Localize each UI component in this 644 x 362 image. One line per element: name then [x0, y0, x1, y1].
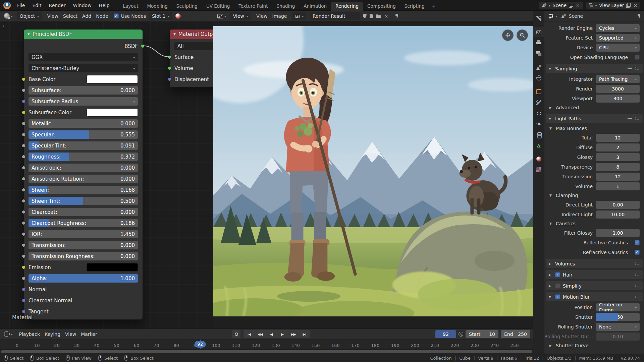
subsection-caustics[interactable]: ▼Caustics [544, 219, 644, 228]
menu-file[interactable]: File [13, 0, 29, 11]
shader-menu-node[interactable]: Node [94, 13, 111, 19]
use-nodes-checkbox[interactable] [114, 13, 119, 18]
field-transparency[interactable]: 8 [596, 163, 640, 171]
checkbox-refractive-caustics[interactable] [635, 250, 640, 255]
collapse-arrow-icon[interactable]: ▶ [549, 284, 552, 288]
unlink-scene-button[interactable]: × [575, 3, 581, 8]
principled-bsdf-node-header[interactable]: ▼ Principled BSDF [24, 29, 143, 39]
principled-slider-sheen-tint[interactable]: Sheen Tint:0.500 [29, 197, 138, 205]
menu-window[interactable]: Window [69, 0, 95, 11]
principled-slider-anisotropic-rotation[interactable]: Anisotropic Rotation:0.000 [29, 175, 138, 183]
field-direct-light[interactable]: 0.00 [596, 201, 640, 209]
field-total[interactable]: 12 [596, 134, 640, 142]
principled-slider-sheen[interactable]: Sheen:0.168 [29, 186, 138, 194]
socket-anisotropic-rotation[interactable] [22, 177, 25, 181]
field-transmission[interactable]: 12 [596, 173, 640, 181]
shader-menu-view[interactable]: View [45, 13, 61, 19]
frame-end-field[interactable]: End 250 [501, 330, 530, 338]
socket-sheen[interactable] [22, 188, 25, 192]
field-integrator[interactable]: Path Tracing▾ [596, 75, 640, 83]
principled-swatch-subsurface-color[interactable] [87, 108, 138, 117]
image-datablock-field[interactable]: Render Result [310, 12, 360, 20]
editor-type-button[interactable]: ▾ [216, 12, 227, 20]
use-nodes-toggle[interactable]: Use Nodes [114, 13, 146, 19]
principled-slider-transmission[interactable]: Transmission:0.000 [29, 241, 138, 249]
principled-slider-transmission-roughness[interactable]: Transmission Roughness:0.000 [29, 252, 138, 260]
workspace-tab-texture-paint[interactable]: Texture Paint [234, 2, 272, 11]
properties-tab-constraints[interactable] [533, 130, 544, 139]
properties-tab-scene[interactable] [533, 62, 544, 72]
principled-slider-ior[interactable]: IOR:1.450 [29, 230, 138, 238]
socket-transmission[interactable] [22, 243, 25, 247]
workspace-tab-shading[interactable]: Shading [272, 2, 299, 11]
region-toggle-arrow[interactable]: › [3, 23, 4, 28]
field-position[interactable]: Center on Frame▾ [596, 303, 640, 311]
principled-bsdf-node[interactable]: ▼ Principled BSDF BSDF GGX▾Christensen-B… [23, 29, 143, 320]
field-glossy[interactable]: 3 [596, 153, 640, 161]
workspace-tab-compositing[interactable]: Compositing [363, 2, 400, 11]
socket-clearcoat-roughness[interactable] [22, 221, 25, 225]
zoom-gizmo-button[interactable] [517, 29, 528, 41]
frame-start-field[interactable]: Start 10 [466, 330, 498, 338]
checkbox-reflective-caustics[interactable] [635, 240, 640, 245]
collapse-arrow-icon[interactable]: ▼ [549, 295, 552, 299]
socket-surface[interactable] [168, 55, 171, 59]
field-rolling-shutter[interactable]: None▾ [596, 323, 640, 331]
preset-icon[interactable] [628, 117, 632, 120]
section-simplify[interactable]: ▶Simplify [546, 281, 643, 290]
principled-slider-subsurface[interactable]: Subsurface:0.000 [29, 86, 138, 95]
material-slot-dropdown[interactable]: Slot 1 ▾ [149, 12, 172, 20]
collapse-arrow-icon[interactable]: ▶ [549, 106, 553, 109]
image-browse-button[interactable]: ▾ [292, 12, 307, 20]
current-frame-field[interactable]: 92 [435, 330, 456, 338]
collapse-arrow-icon[interactable]: ▼ [549, 117, 552, 120]
properties-tab-modifiers[interactable] [533, 98, 544, 107]
collapse-arrow-icon[interactable]: ▼ [549, 194, 553, 197]
socket-alpha[interactable] [22, 277, 25, 280]
editor-type-button[interactable]: ▾ [3, 330, 14, 338]
subsection-shutter-curve[interactable]: ▶Shutter Curve [544, 341, 644, 350]
field-rolling-shutter-dur[interactable]: 0.10 [596, 333, 640, 341]
editor-type-button[interactable]: ▾ [3, 12, 14, 20]
socket-bsdf-output[interactable] [141, 44, 145, 48]
properties-tab-tool[interactable] [533, 13, 544, 23]
material-output-node[interactable]: ▼ Material Output All▾SurfaceVolumeDispl… [169, 29, 213, 87]
collapse-arrow-icon[interactable]: ▶ [549, 262, 552, 265]
collapse-arrow-icon[interactable]: ▼ [549, 222, 553, 225]
preset-icon[interactable] [628, 67, 632, 70]
principled-field-ggx[interactable]: GGX▾ [29, 53, 138, 61]
socket-transmission-roughness[interactable] [22, 254, 25, 258]
socket-anisotropic[interactable] [22, 166, 25, 170]
collapse-arrow-icon[interactable]: ▼ [549, 67, 552, 70]
fake-user-icon[interactable] [363, 14, 367, 18]
timeline-menu-view[interactable]: View [63, 331, 78, 337]
field-render[interactable]: 3000 [596, 85, 640, 93]
timeline-scrollbar[interactable] [0, 350, 533, 354]
socket-subsurface[interactable] [22, 88, 25, 92]
principled-slider-anisotropic[interactable]: Anisotropic:0.000 [29, 164, 138, 172]
socket-metallic[interactable] [22, 122, 25, 125]
shader-type-dropdown[interactable]: Object ▾ [17, 12, 42, 20]
workspace-tab-scripting[interactable]: Scripting [400, 2, 429, 11]
field-shutter[interactable]: 0.50 [596, 313, 640, 321]
image-menu-view[interactable]: View [254, 13, 270, 19]
auto-keyframe-button[interactable] [232, 330, 240, 338]
properties-tab-output[interactable] [533, 38, 544, 48]
principled-slider-metallic[interactable]: Metallic:0.000 [29, 119, 138, 128]
principled-slider-specular[interactable]: Specular:0.555 [29, 130, 138, 139]
checkbox-hair[interactable] [555, 272, 560, 277]
principled-field-subsurface-radius[interactable]: Subsurface Radius▾ [29, 97, 138, 106]
properties-tab-render[interactable] [533, 27, 544, 37]
checkbox-simplify[interactable] [555, 283, 560, 288]
socket-subsurface-radius[interactable] [22, 100, 25, 103]
properties-tab-world[interactable] [533, 73, 544, 83]
collapse-arrow-icon[interactable]: ▼ [173, 33, 176, 36]
properties-tab-texture[interactable] [533, 165, 544, 175]
pin-icon[interactable] [395, 13, 399, 18]
socket-roughness[interactable] [22, 155, 25, 159]
collapse-arrow-icon[interactable]: ▶ [549, 273, 552, 277]
new-scene-button[interactable] [569, 3, 573, 7]
subsection-advanced[interactable]: ▶Advanced [544, 103, 644, 112]
workspace-tab-rendering[interactable]: Rendering [331, 2, 363, 11]
section-volumes[interactable]: ▶Volumes [546, 259, 643, 268]
